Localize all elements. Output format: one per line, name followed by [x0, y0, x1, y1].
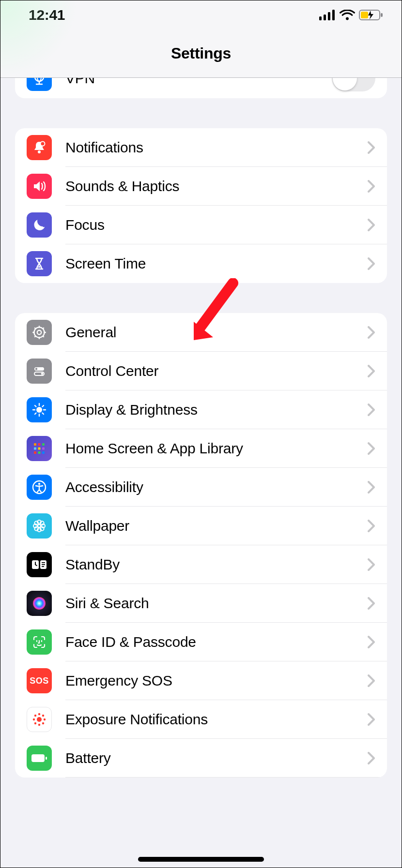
globe-icon	[27, 78, 52, 91]
chevron-right-icon	[368, 752, 375, 764]
row-label: Home Screen & App Library	[65, 440, 368, 457]
svg-point-15	[37, 330, 42, 335]
svg-point-68	[33, 719, 35, 720]
row-notifications[interactable]: Notifications	[15, 128, 387, 167]
svg-point-72	[35, 723, 36, 724]
row-label: Sounds & Haptics	[65, 178, 368, 195]
wifi-icon	[340, 10, 355, 20]
svg-rect-0	[319, 16, 322, 20]
row-label: Battery	[65, 750, 368, 766]
svg-point-62	[33, 597, 46, 610]
apps-grid-icon	[27, 436, 52, 461]
row-wallpaper[interactable]: Wallpaper	[15, 507, 387, 545]
sos-icon: SOS	[27, 668, 52, 693]
siri-icon	[27, 591, 52, 616]
nav-bar: Settings	[0, 30, 402, 78]
chevron-right-icon	[368, 558, 375, 571]
standby-icon	[27, 552, 52, 577]
row-accessibility[interactable]: Accessibility	[15, 468, 387, 507]
chevron-right-icon	[368, 257, 375, 270]
svg-point-65	[37, 717, 42, 722]
chevron-right-icon	[368, 674, 375, 687]
row-label: General	[65, 324, 368, 341]
settings-scroll[interactable]: VPN Notifications Sounds & Haptics	[0, 78, 402, 868]
row-screen-time[interactable]: Screen Time	[15, 244, 387, 283]
home-indicator	[138, 857, 264, 862]
row-control-center[interactable]: Control Center	[15, 352, 387, 390]
svg-line-35	[35, 413, 36, 415]
svg-rect-1	[324, 15, 326, 20]
svg-rect-42	[42, 448, 45, 450]
row-label: Control Center	[65, 363, 368, 379]
svg-rect-74	[31, 754, 45, 762]
row-exposure-notifications[interactable]: Exposure Notifications	[15, 700, 387, 739]
row-label: Accessibility	[65, 479, 368, 495]
row-display-brightness[interactable]: Display & Brightness	[15, 390, 387, 429]
svg-point-25	[35, 368, 37, 370]
chevron-right-icon	[368, 713, 375, 726]
svg-point-47	[38, 483, 40, 485]
svg-rect-37	[34, 443, 36, 446]
vpn-toggle[interactable]	[332, 78, 375, 91]
chevron-right-icon	[368, 520, 375, 532]
chevron-right-icon	[368, 597, 375, 610]
svg-point-70	[35, 715, 36, 717]
svg-rect-60	[42, 564, 45, 565]
row-general[interactable]: General	[15, 313, 387, 352]
chevron-right-icon	[368, 481, 375, 494]
status-indicators	[319, 9, 383, 21]
svg-line-22	[34, 336, 36, 337]
flower-icon	[27, 513, 52, 539]
svg-point-7	[35, 78, 44, 81]
chevron-right-icon	[368, 365, 375, 377]
svg-rect-75	[46, 757, 47, 760]
chevron-right-icon	[368, 219, 375, 231]
svg-rect-5	[381, 13, 383, 17]
svg-line-20	[34, 328, 36, 329]
battery-charging-icon	[359, 9, 383, 21]
settings-group-connectivity: VPN	[15, 78, 387, 98]
row-sounds-haptics[interactable]: Sounds & Haptics	[15, 167, 387, 206]
settings-group-alerts: Notifications Sounds & Haptics Focus	[15, 128, 387, 283]
row-battery[interactable]: Battery	[15, 739, 387, 778]
svg-rect-39	[42, 443, 45, 446]
chevron-right-icon	[368, 636, 375, 648]
svg-point-28	[36, 407, 42, 413]
chevron-right-icon	[368, 404, 375, 416]
row-home-screen-app-library[interactable]: Home Screen & App Library	[15, 429, 387, 468]
row-siri-search[interactable]: Siri & Search	[15, 584, 387, 623]
svg-rect-45	[42, 451, 45, 454]
bell-icon	[27, 135, 52, 160]
row-faceid-passcode[interactable]: Face ID & Passcode	[15, 623, 387, 661]
row-label: Exposure Notifications	[65, 711, 368, 728]
row-standby[interactable]: StandBy	[15, 545, 387, 584]
svg-rect-44	[38, 451, 41, 454]
svg-rect-40	[34, 448, 36, 450]
row-focus[interactable]: Focus	[15, 206, 387, 244]
faceid-icon	[27, 629, 52, 655]
row-emergency-sos[interactable]: SOS Emergency SOS	[15, 661, 387, 700]
cellular-icon	[319, 10, 336, 20]
chevron-right-icon	[368, 326, 375, 339]
svg-rect-3	[332, 10, 335, 20]
row-vpn[interactable]: VPN	[15, 78, 387, 98]
svg-line-34	[43, 413, 44, 415]
svg-point-69	[44, 719, 46, 720]
svg-point-13	[41, 142, 45, 146]
chevron-right-icon	[368, 141, 375, 154]
svg-line-23	[43, 328, 44, 329]
row-label: Siri & Search	[65, 595, 368, 612]
svg-point-71	[43, 715, 44, 717]
svg-line-33	[35, 405, 36, 407]
divider	[65, 777, 387, 778]
svg-line-21	[43, 336, 44, 337]
switches-icon	[27, 359, 52, 384]
status-time: 12:41	[29, 7, 65, 23]
status-bar: 12:41	[0, 0, 402, 30]
accessibility-icon	[27, 475, 52, 500]
page-title: Settings	[171, 45, 231, 62]
row-label: Wallpaper	[65, 518, 368, 534]
row-label: Display & Brightness	[65, 402, 368, 418]
row-label: VPN	[65, 78, 332, 87]
svg-rect-6	[361, 12, 368, 18]
